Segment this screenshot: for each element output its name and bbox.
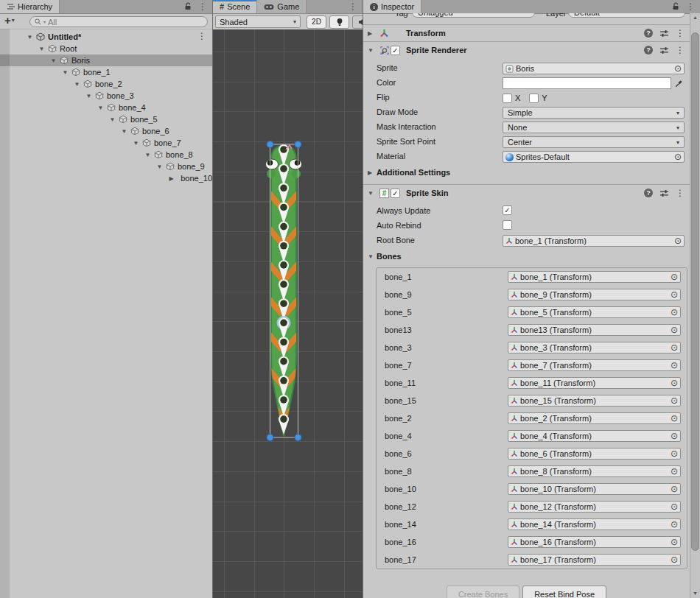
bone-object-field[interactable]: bone_11 (Transform) ⊙ bbox=[508, 377, 681, 389]
hierarchy-tree-item[interactable]: ▼ bone_4 bbox=[0, 102, 212, 113]
foldout-arrow[interactable]: ▼ bbox=[97, 105, 105, 111]
foldout-arrow[interactable]: ▼ bbox=[363, 190, 378, 197]
hierarchy-tree-item[interactable]: ▼ bone_6 bbox=[0, 125, 212, 137]
bone-object-field[interactable]: bone_14 (Transform) ⊙ bbox=[508, 518, 681, 530]
bone-object-field[interactable]: bone_1 (Transform) ⊙ bbox=[508, 271, 681, 283]
hierarchy-tree-item[interactable]: ▶ bone_10 bbox=[0, 172, 212, 184]
object-picker-icon[interactable]: ⊙ bbox=[671, 538, 678, 546]
inspector-menu-icon[interactable]: ⋮ bbox=[686, 2, 695, 11]
foldout-arrow[interactable]: ▼ bbox=[85, 93, 93, 99]
flip-x-checkbox[interactable] bbox=[503, 94, 512, 103]
foldout-arrow[interactable]: ▶ bbox=[167, 175, 175, 182]
object-picker-icon[interactable]: ⊙ bbox=[671, 308, 678, 317]
transform-component-header[interactable]: ▶ Transform ? ⋮ bbox=[363, 24, 690, 41]
object-picker-icon[interactable]: ⊙ bbox=[671, 343, 678, 352]
lock-icon[interactable] bbox=[672, 2, 679, 12]
object-picker-icon[interactable]: ⊙ bbox=[671, 520, 678, 529]
draw-mode-dropdown[interactable]: Simple ▾ bbox=[503, 107, 685, 119]
component-menu-icon[interactable]: ⋮ bbox=[676, 189, 685, 197]
sprite-skin-component-header[interactable]: ▼ # ✓ Sprite Skin ? ⋮ bbox=[363, 184, 690, 201]
foldout-arrow[interactable]: ▼ bbox=[73, 81, 81, 88]
scene-audio-button[interactable] bbox=[352, 15, 363, 29]
scene-sprite-boris[interactable] bbox=[266, 144, 302, 436]
object-picker-icon[interactable]: ⊙ bbox=[671, 555, 678, 564]
foldout-arrow[interactable]: ▼ bbox=[155, 163, 164, 170]
hierarchy-menu-icon[interactable]: ⋮ bbox=[198, 2, 207, 11]
scene-viewport[interactable] bbox=[213, 29, 363, 598]
object-picker-icon[interactable]: ⊙ bbox=[671, 272, 678, 281]
foldout-arrow[interactable]: ▼ bbox=[49, 57, 57, 64]
bone-object-field[interactable]: bone_3 (Transform) ⊙ bbox=[508, 342, 681, 353]
foldout-arrow[interactable]: ▼ bbox=[120, 128, 128, 135]
hierarchy-tree-item[interactable]: ▼ bone_1 bbox=[0, 66, 212, 78]
hierarchy-tree-item[interactable]: ▼ bone_3 bbox=[0, 90, 212, 102]
hierarchy-tree-item[interactable]: ▼ bone_8 bbox=[0, 149, 212, 161]
mask-interaction-dropdown[interactable]: None ▾ bbox=[503, 122, 685, 133]
scrollbar-up-icon[interactable]: ▲ bbox=[690, 13, 700, 22]
object-picker-icon[interactable]: ⊙ bbox=[674, 64, 682, 73]
bones-foldout[interactable]: ▼ Bones bbox=[363, 248, 690, 264]
hierarchy-tree-item[interactable]: ▼ Boris bbox=[0, 54, 212, 66]
bone-object-field[interactable]: bone_4 (Transform) ⊙ bbox=[508, 430, 681, 442]
toggle-2d-button[interactable]: 2D bbox=[307, 15, 326, 29]
hierarchy-tree-item[interactable]: ▼ bone_5 bbox=[0, 113, 212, 125]
help-icon[interactable]: ? bbox=[644, 46, 653, 54]
object-picker-icon[interactable]: ⊙ bbox=[671, 396, 678, 405]
foldout-arrow[interactable]: ▼ bbox=[108, 116, 116, 123]
tag-dropdown[interactable]: Untagged bbox=[412, 13, 535, 18]
bone-object-field[interactable]: bone_16 (Transform) ⊙ bbox=[508, 536, 681, 548]
object-picker-icon[interactable]: ⊙ bbox=[674, 236, 682, 245]
bone-object-field[interactable]: bone_9 (Transform) ⊙ bbox=[508, 289, 681, 300]
bone-object-field[interactable]: bone_10 (Transform) ⊙ bbox=[508, 483, 681, 495]
layer-dropdown[interactable]: Default bbox=[568, 13, 685, 18]
tab-scene[interactable]: # Scene bbox=[213, 0, 257, 13]
object-picker-icon[interactable]: ⊙ bbox=[671, 502, 678, 511]
hierarchy-tree-item[interactable]: ▼ bone_9 bbox=[0, 161, 212, 172]
object-picker-icon[interactable]: ⊙ bbox=[671, 290, 678, 299]
scene-menu-icon[interactable]: ⋮ bbox=[349, 2, 357, 11]
tab-hierarchy[interactable]: Hierarchy bbox=[0, 0, 60, 13]
foldout-arrow[interactable]: ▼ bbox=[132, 140, 140, 147]
eyedropper-icon[interactable] bbox=[673, 77, 685, 89]
root-bone-object-field[interactable]: bone_1 (Transform) ⊙ bbox=[503, 235, 685, 247]
create-bones-button[interactable]: Create Bones bbox=[447, 585, 519, 598]
bone-object-field[interactable]: bone_15 (Transform) ⊙ bbox=[508, 395, 681, 407]
scene-lighting-button[interactable] bbox=[329, 15, 349, 29]
hierarchy-tree-item[interactable]: ▼ bone_2 bbox=[0, 78, 212, 90]
component-enabled-checkbox[interactable]: ✓ bbox=[391, 46, 400, 55]
foldout-arrow[interactable]: ▼ bbox=[363, 47, 378, 54]
scrollbar-down-icon[interactable]: ▼ bbox=[690, 589, 700, 598]
object-picker-icon[interactable]: ⊙ bbox=[671, 379, 678, 387]
help-icon[interactable]: ? bbox=[644, 189, 653, 197]
foldout-arrow[interactable]: ▼ bbox=[61, 69, 69, 76]
object-picker-icon[interactable]: ⊙ bbox=[674, 152, 682, 161]
bone-object-field[interactable]: bone_2 (Transform) ⊙ bbox=[508, 412, 681, 424]
lock-icon[interactable] bbox=[184, 2, 192, 12]
bone-object-field[interactable]: bone_8 (Transform) ⊙ bbox=[508, 465, 681, 477]
inspector-scrollbar[interactable]: ▲ ▼ bbox=[690, 13, 700, 598]
presets-icon[interactable] bbox=[659, 189, 669, 197]
object-picker-icon[interactable]: ⊙ bbox=[671, 485, 678, 493]
bone-object-field[interactable]: bone_12 (Transform) ⊙ bbox=[508, 501, 681, 513]
scrollbar-thumb[interactable] bbox=[691, 32, 699, 551]
always-update-checkbox[interactable]: ✓ bbox=[503, 205, 512, 215]
foldout-arrow[interactable]: ▼ bbox=[144, 152, 152, 158]
scene-menu-icon[interactable]: ⋮ bbox=[197, 32, 206, 41]
object-picker-icon[interactable]: ⊙ bbox=[671, 449, 678, 458]
object-picker-icon[interactable]: ⊙ bbox=[671, 326, 678, 334]
auto-rebind-checkbox[interactable] bbox=[503, 220, 512, 230]
sprite-object-field[interactable]: Boris ⊙ bbox=[503, 63, 685, 74]
material-object-field[interactable]: Sprites-Default ⊙ bbox=[503, 151, 685, 163]
component-menu-icon[interactable]: ⋮ bbox=[676, 46, 685, 54]
hierarchy-search-input[interactable]: ▾ All bbox=[29, 16, 208, 27]
color-swatch[interactable] bbox=[503, 77, 671, 89]
help-icon[interactable]: ? bbox=[644, 29, 653, 38]
component-enabled-checkbox[interactable]: ✓ bbox=[391, 189, 400, 198]
bone-object-field[interactable]: bone13 (Transform) ⊙ bbox=[508, 324, 681, 336]
object-picker-icon[interactable]: ⊙ bbox=[671, 361, 678, 370]
sprite-sort-point-dropdown[interactable]: Center ▾ bbox=[503, 136, 685, 148]
flip-y-checkbox[interactable] bbox=[529, 94, 539, 103]
scene-header-row[interactable]: ▼ Untitled* ⋮ bbox=[0, 31, 212, 43]
component-menu-icon[interactable]: ⋮ bbox=[676, 29, 685, 38]
foldout-arrow[interactable]: ▶ bbox=[363, 30, 378, 37]
